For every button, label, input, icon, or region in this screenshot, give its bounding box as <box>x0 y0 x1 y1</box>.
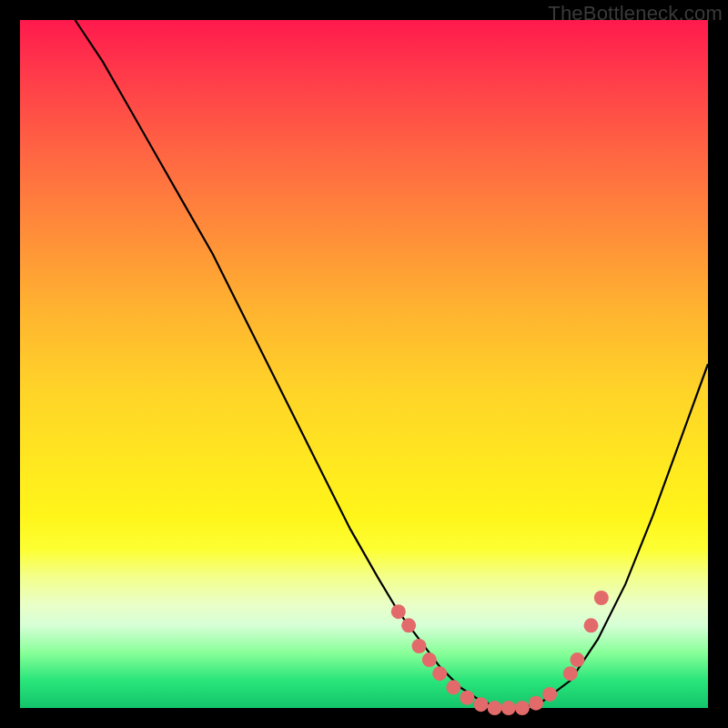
highlight-dot <box>422 652 437 667</box>
highlight-dot <box>401 618 416 632</box>
highlight-dot <box>501 701 516 715</box>
highlight-dot <box>412 639 427 653</box>
highlight-dots-group <box>391 591 609 715</box>
highlight-dot <box>432 666 447 681</box>
highlight-dot <box>594 591 609 605</box>
highlight-dot <box>563 666 578 681</box>
highlight-dot <box>474 697 489 712</box>
highlight-dot <box>488 701 502 715</box>
highlight-dot <box>529 696 543 711</box>
highlight-dot <box>584 618 599 632</box>
highlight-dot <box>460 691 474 705</box>
highlight-dot <box>391 604 406 619</box>
highlight-dot <box>542 687 557 702</box>
highlight-dot <box>446 680 460 694</box>
chart-svg <box>20 20 708 708</box>
highlight-dot <box>570 652 584 667</box>
bottleneck-curve <box>76 20 709 708</box>
highlight-dot <box>515 701 530 715</box>
